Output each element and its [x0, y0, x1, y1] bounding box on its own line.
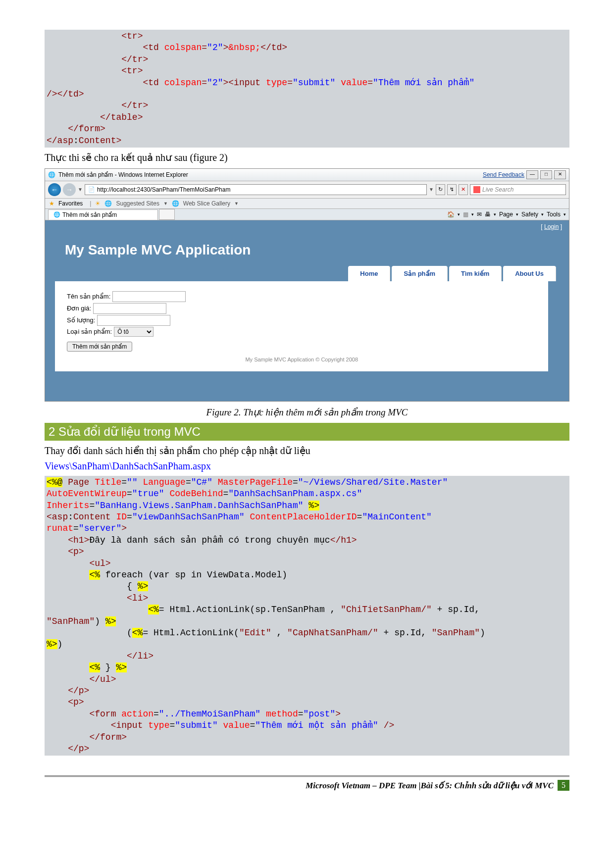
- favorites-bar: ★ Favorites | ☀ 🌐 Suggested Sites ▼ 🌐 We…: [45, 199, 569, 209]
- minimize-button[interactable]: —: [526, 170, 538, 179]
- section-header: 2 Sửa đổi dữ liệu trong MVC: [45, 423, 569, 441]
- search-placeholder: Live Search: [482, 186, 513, 193]
- copyright: My Sample MVC Application © Copyright 20…: [67, 357, 536, 362]
- tab-row: 🌐 Thêm mới sản phẩm 🏠▾ ▦▾ ✉ 🖶▾ Page▾ Saf…: [45, 209, 569, 220]
- search-box[interactable]: Live Search: [470, 184, 566, 195]
- page-icon2: 🌐: [104, 200, 112, 207]
- footer: Microsoft Vietnam – DPE Team |Bài số 5: …: [45, 777, 569, 791]
- submit-button[interactable]: Thêm mới sản phẩm: [67, 342, 132, 352]
- window-title: Thêm mới sản phẩm - Windows Internet Exp…: [58, 171, 188, 178]
- print-icon[interactable]: 🖶: [485, 211, 491, 218]
- back-button[interactable]: ←: [48, 183, 61, 196]
- live-search-icon: [473, 186, 480, 193]
- star-icon[interactable]: ★: [49, 200, 54, 207]
- select-type[interactable]: Ô tô: [114, 327, 154, 337]
- maximize-button[interactable]: □: [540, 170, 552, 179]
- refresh2-button[interactable]: ↯: [447, 184, 457, 195]
- toolbar: 🏠▾ ▦▾ ✉ 🖶▾ Page▾ Safety▾ Tools▾: [447, 211, 566, 218]
- figure-caption: Figure 2. Thực hiện thêm mới sản phẩm tr…: [45, 407, 569, 418]
- close-button[interactable]: ✕: [554, 170, 566, 179]
- new-tab-button[interactable]: [159, 209, 175, 220]
- suggested-sites-link[interactable]: Suggested Sites: [116, 200, 159, 207]
- dropdown-icon[interactable]: ▼: [78, 187, 83, 192]
- dropdown-icon[interactable]: ▼: [163, 201, 168, 206]
- tab-label: Thêm mới sản phẩm: [62, 211, 117, 218]
- forward-button[interactable]: →: [63, 183, 76, 196]
- send-feedback-link[interactable]: Send Feedback: [483, 171, 524, 178]
- label-qty: Số lượng:: [67, 316, 95, 324]
- label-product-name: Tên sản phẩm:: [67, 293, 110, 300]
- dropdown-icon[interactable]: ▼: [234, 201, 239, 206]
- nav-tab[interactable]: Sản phẩm: [392, 266, 448, 281]
- dropdown-icon[interactable]: ▼: [429, 187, 434, 192]
- login-link[interactable]: Login: [544, 223, 559, 230]
- browser-window: 🌐 Thêm mới sản phẩm - Windows Internet E…: [45, 168, 569, 402]
- file-path: Views\SanPham\DanhSachSanPham.aspx: [45, 460, 569, 472]
- body-text-2: Thay đổi danh sách hiển thị sản phẩm cho…: [45, 445, 569, 457]
- address-row: ← → ▼ 📄 http://localhost:2430/SanPham/Th…: [45, 181, 569, 199]
- browser-tab[interactable]: 🌐 Thêm mới sản phẩm: [48, 209, 158, 220]
- url-text: http://localhost:2430/SanPham/ThemMoiSan…: [97, 186, 230, 193]
- page-content: [ Login ] My Sample MVC Application Home…: [45, 220, 569, 401]
- feed-icon[interactable]: ▦: [463, 211, 468, 218]
- titlebar: 🌐 Thêm mới sản phẩm - Windows Internet E…: [45, 169, 569, 181]
- page-icon: 📄: [88, 186, 95, 193]
- site-title: My Sample MVC Application: [60, 237, 251, 266]
- nav-tab[interactable]: About Us: [503, 266, 556, 281]
- nav-menu: HomeSản phẩmTìm kiếmAbout Us: [347, 266, 556, 281]
- label-price: Đơn giá:: [67, 305, 91, 312]
- label-type: Loại sản phẩm:: [67, 328, 112, 335]
- input-product-name[interactable]: [112, 291, 186, 302]
- page-menu[interactable]: Page: [499, 211, 513, 218]
- safety-menu[interactable]: Safety: [521, 211, 538, 218]
- favorites-label: Favorites: [58, 200, 83, 207]
- address-bar[interactable]: 📄 http://localhost:2430/SanPham/ThemMoiS…: [85, 184, 427, 195]
- favorites-icon: ☀: [95, 200, 101, 207]
- refresh-button[interactable]: ↻: [436, 184, 445, 195]
- home-icon[interactable]: 🏠: [447, 211, 455, 218]
- input-qty[interactable]: [97, 315, 170, 326]
- tools-menu[interactable]: Tools: [547, 211, 561, 218]
- footer-text: Microsoft Vietnam – DPE Team |Bài số 5: …: [306, 780, 554, 791]
- code-block-1: <tr> <td colspan="2">&nbsp;</td> </tr> <…: [45, 30, 569, 148]
- ie-icon: 🌐: [53, 211, 60, 218]
- ie-icon: 🌐: [48, 171, 55, 178]
- stop-button[interactable]: ✕: [459, 184, 468, 195]
- nav-tab[interactable]: Home: [348, 266, 390, 281]
- page-number: 5: [558, 780, 569, 791]
- input-price[interactable]: [93, 303, 166, 314]
- nav-tab[interactable]: Tìm kiếm: [449, 266, 502, 281]
- content-panel: Tên sản phẩm: Đơn giá: Số lượng: Loại sả…: [55, 281, 548, 371]
- body-text-1: Thực thi sẽ cho ra kết quả như sau (figu…: [45, 152, 569, 163]
- mail-icon[interactable]: ✉: [477, 211, 482, 218]
- page-icon3: 🌐: [172, 200, 179, 207]
- webslice-link[interactable]: Web Slice Gallery: [183, 200, 230, 207]
- code-block-2: <%@ Page Title="" Language="C#" MasterPa…: [45, 476, 569, 756]
